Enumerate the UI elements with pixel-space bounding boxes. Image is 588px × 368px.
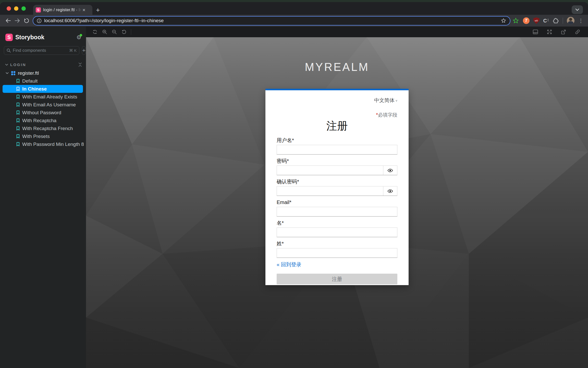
open-new-tab-icon: [561, 29, 566, 34]
reload-button[interactable]: [22, 16, 31, 25]
sidebar-item-with-recaptcha-french[interactable]: With Recaptcha French: [3, 124, 83, 132]
username-field[interactable]: [277, 145, 397, 155]
username-group: 用户名*: [277, 137, 397, 155]
minimize-window-button[interactable]: [14, 6, 18, 11]
browser-toolbar: localhost:6006/?path=/story/login-regist…: [0, 15, 588, 27]
tab-strip: S login / register.ftl - In Chinese × +: [0, 2, 588, 15]
site-info-icon[interactable]: [37, 18, 42, 23]
sidebar-item-register-ftl[interactable]: register.ftl: [0, 69, 86, 77]
sidebar-item-with-email-already-exists[interactable]: With Email Already Exists: [3, 93, 83, 101]
copy-story-link-button[interactable]: [573, 28, 582, 36]
reset-zoom-button[interactable]: [119, 28, 129, 36]
ublock-shield-extension-icon[interactable]: uO: [533, 17, 540, 24]
c-extension-icon[interactable]: C: [543, 18, 548, 24]
storybook-brand[interactable]: Storybook: [15, 34, 76, 41]
sidebar-item-with-email-as-username[interactable]: With Email As Username: [3, 101, 83, 109]
puzzle-icon: [553, 18, 559, 24]
zoom-out-button[interactable]: [109, 28, 119, 36]
zoom-out-icon: [112, 29, 117, 34]
show-confirm-password-button[interactable]: [383, 186, 397, 196]
open-canvas-new-tab-button[interactable]: [559, 28, 568, 36]
password-label: 密码*: [277, 158, 397, 164]
storybook-canvas: MYREALM 中文简体˅ *必填字段 注册 用户名*: [86, 27, 588, 368]
search-icon: [7, 48, 11, 53]
forward-arrow-icon: [15, 18, 20, 23]
collapse-all-icon[interactable]: [78, 62, 82, 67]
zoom-window-button[interactable]: [21, 6, 26, 11]
url-text[interactable]: localhost:6006/?path=/story/login-regist…: [44, 18, 501, 23]
link-icon: [575, 29, 580, 34]
story-bookmark-icon: [16, 134, 20, 138]
canvas-toolbar-right: [531, 28, 584, 36]
sidebar-section-login[interactable]: LOGIN: [5, 62, 82, 67]
profile-avatar[interactable]: [567, 17, 574, 24]
confirm-password-label: 确认密码*: [277, 179, 397, 185]
section-label: LOGIN: [10, 62, 78, 67]
confirm-password-group: 确认密码*: [277, 179, 397, 196]
orange-t-extension-icon[interactable]: T: [523, 17, 530, 24]
search-shortcut: ⌘ K: [69, 48, 77, 53]
confirm-password-field[interactable]: [277, 186, 383, 196]
back-to-login-link[interactable]: « 回到登录: [277, 261, 397, 268]
search-input[interactable]: [13, 48, 69, 53]
fullscreen-button[interactable]: [545, 28, 554, 36]
green-star-extension-icon[interactable]: [512, 17, 519, 24]
chevron-down-icon: [5, 64, 8, 66]
toolbar-separator: [563, 18, 563, 24]
macos-traffic-lights: [7, 6, 26, 11]
settings-gear-icon[interactable]: ⚙: [76, 35, 81, 40]
register-card: 中文简体˅ *必填字段 注册 用户名* 密码*: [265, 89, 409, 285]
extensions-puzzle-icon[interactable]: [552, 17, 559, 24]
create-story-button[interactable]: +: [82, 46, 86, 55]
browser-tab[interactable]: S login / register.ftl - In Chinese ×: [33, 5, 92, 15]
show-password-button[interactable]: [383, 166, 397, 175]
extensions-row: T uO C ⋮: [512, 17, 584, 24]
last-name-field[interactable]: [277, 248, 397, 258]
password-field[interactable]: [277, 166, 383, 175]
sidebar-item-with-presets[interactable]: With Presets: [3, 132, 83, 140]
story-bookmark-icon: [16, 110, 20, 115]
toggle-addons-panel-button[interactable]: [531, 28, 540, 36]
required-asterisk: *: [376, 112, 378, 118]
sidebar-item-in-chinese[interactable]: In Chinese: [3, 85, 83, 93]
toolbar-separator: [131, 29, 131, 35]
chrome-menu-button[interactable]: ⋮: [578, 18, 583, 24]
panel-bottom-icon: [533, 30, 538, 34]
sidebar-item-with-password-min-length-8[interactable]: With Password Min Length 8: [3, 140, 83, 148]
back-button[interactable]: [4, 16, 13, 25]
sidebar-search-row: ⌘ K +: [4, 46, 82, 55]
close-tab-icon[interactable]: ×: [82, 7, 85, 12]
sidebar-item-with-recaptcha[interactable]: With Recaptcha: [3, 117, 83, 124]
required-fields-note: *必填字段: [277, 112, 397, 117]
story-bookmark-icon: [16, 126, 20, 131]
new-tab-button[interactable]: +: [96, 7, 100, 13]
register-submit-button[interactable]: 注册: [277, 274, 397, 284]
component-icon: [11, 71, 16, 75]
sidebar-item-without-password[interactable]: Without Password: [3, 109, 83, 117]
bookmark-star-icon[interactable]: [501, 18, 506, 23]
tab-search-button[interactable]: [572, 5, 583, 14]
chevron-down-icon: [6, 72, 9, 74]
email-field[interactable]: [277, 207, 397, 217]
remount-component-button[interactable]: [90, 28, 100, 36]
first-name-field[interactable]: [277, 227, 397, 237]
password-group: 密码*: [277, 158, 397, 175]
browser-window: S login / register.ftl - In Chinese × + …: [0, 2, 588, 368]
fullscreen-icon: [547, 29, 552, 34]
chevron-down-icon: ˅: [396, 99, 397, 103]
story-bookmark-icon: [16, 118, 20, 123]
first-name-group: 名*: [277, 220, 397, 237]
chevron-down-icon: [575, 8, 579, 11]
storybook-sidebar: S Storybook ⚙ ⌘ K + LOGIN: [0, 27, 86, 368]
notification-dot: [80, 34, 82, 36]
language-selector[interactable]: 中文简体˅: [277, 97, 397, 103]
sidebar-item-default[interactable]: Default: [3, 77, 83, 85]
address-bar[interactable]: localhost:6006/?path=/story/login-regist…: [33, 16, 510, 26]
search-box[interactable]: ⌘ K: [4, 46, 79, 55]
last-name-group: 姓*: [277, 240, 397, 258]
zoom-in-button[interactable]: [100, 28, 109, 36]
close-window-button[interactable]: [7, 6, 11, 11]
eye-icon: [387, 169, 393, 172]
forward-button[interactable]: [13, 16, 22, 25]
storybook-logo-icon[interactable]: S: [5, 34, 13, 41]
